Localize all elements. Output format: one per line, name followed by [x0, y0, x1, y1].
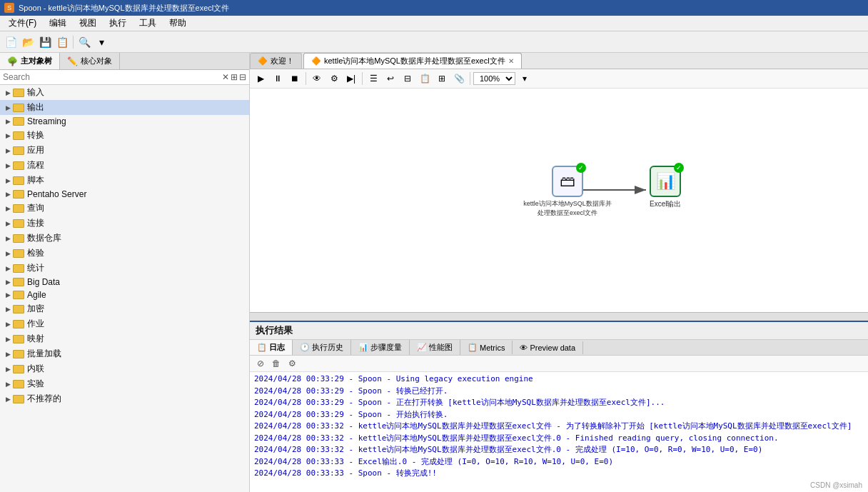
check-button[interactable]: ☰: [365, 71, 381, 86]
copy-button[interactable]: 📋: [417, 71, 433, 86]
preview-button[interactable]: 👁: [309, 71, 325, 86]
undo-button[interactable]: ↩: [383, 71, 398, 86]
tree-label-encrypt: 加密: [27, 303, 44, 315]
tab-main-tree[interactable]: 🌳 主对象树: [0, 53, 60, 69]
tree-item-output[interactable]: ▶输出: [0, 100, 249, 115]
tree-expander-bulk[interactable]: ▶: [3, 349, 13, 359]
menu-file[interactable]: 文件(F): [3, 16, 42, 31]
exec-tab-metrics[interactable]: 📋 Metrics: [460, 341, 513, 354]
tab-main-transform[interactable]: 🔶 kettle访问本地MySQL数据库并处理数据至execl文件 ✕: [303, 53, 522, 69]
tree-item-script[interactable]: ▶脚本: [0, 173, 249, 188]
tree-item-experiment[interactable]: ▶实验: [0, 376, 249, 391]
history-label: 执行历史: [312, 342, 343, 353]
exec-tab-steps[interactable]: 📊 步骤度量: [351, 340, 410, 355]
toolbar-new[interactable]: 📄: [3, 34, 19, 50]
tab-welcome[interactable]: 🔶 欢迎！: [250, 53, 302, 69]
tree-item-job[interactable]: ▶作业: [0, 316, 249, 331]
run-button[interactable]: ▶: [253, 71, 268, 86]
exec-settings-btn[interactable]: ⚙: [286, 357, 298, 370]
tree-expander-encrypt[interactable]: ▶: [3, 304, 13, 314]
tree-expander-warehouse[interactable]: ▶: [3, 234, 13, 244]
search-clear-button[interactable]: ✕: [222, 72, 229, 82]
tab-core-objects[interactable]: ✏️ 核心对象: [60, 53, 120, 69]
tree-item-input[interactable]: ▶输入: [0, 85, 249, 100]
tree-item-streaming[interactable]: ▶Streaming: [0, 115, 249, 128]
tree-expander-transform[interactable]: ▶: [3, 131, 13, 141]
main-tab-close[interactable]: ✕: [508, 57, 514, 65]
menu-tools[interactable]: 工具: [133, 16, 162, 31]
tree-expander-streaming[interactable]: ▶: [3, 116, 13, 126]
tree-expander-bigdata[interactable]: ▶: [3, 277, 13, 287]
tree-expander-connect[interactable]: ▶: [3, 219, 13, 229]
tree-expander-job[interactable]: ▶: [3, 319, 13, 329]
toolbar-explore[interactable]: 🔍: [76, 34, 92, 50]
exec-tab-preview[interactable]: 👁 Preview data: [513, 341, 583, 354]
tree-item-warehouse[interactable]: ▶数据仓库: [0, 231, 249, 246]
tree-expander-experiment[interactable]: ▶: [3, 379, 13, 389]
tree-expander-output[interactable]: ▶: [3, 103, 13, 113]
tree-item-map[interactable]: ▶映射: [0, 331, 249, 346]
tree-item-query[interactable]: ▶查询: [0, 201, 249, 216]
zoom-select[interactable]: 50% 75% 100% 125% 150% 200%: [473, 72, 515, 85]
pause-button[interactable]: ⏸: [270, 71, 286, 86]
tree-item-deprecated[interactable]: ▶不推荐的: [0, 391, 249, 406]
search-collapse-button[interactable]: ⊟: [239, 72, 246, 82]
tree-expander-input[interactable]: ▶: [3, 88, 13, 98]
toolbar-open[interactable]: 📂: [20, 34, 36, 50]
tree-expander-process[interactable]: ▶: [3, 161, 13, 171]
menu-run[interactable]: 执行: [104, 16, 132, 31]
tree-item-connect[interactable]: ▶连接: [0, 216, 249, 231]
tree-item-encrypt[interactable]: ▶加密: [0, 301, 249, 316]
toolbar-save[interactable]: 💾: [37, 34, 53, 50]
editor-tabs-row: 🔶 欢迎！ 🔶 kettle访问本地MySQL数据库并处理数据至execl文件 …: [250, 53, 868, 69]
tree-expander-query[interactable]: ▶: [3, 204, 13, 214]
tree-expander-check[interactable]: ▶: [3, 248, 13, 258]
tree-item-bigdata[interactable]: ▶Big Data: [0, 276, 249, 288]
tree-expander-map[interactable]: ▶: [3, 334, 13, 344]
plus-button[interactable]: ⊞: [434, 71, 450, 86]
tree-item-transform[interactable]: ▶转换: [0, 128, 249, 143]
tree-item-inline[interactable]: ▶内联: [0, 361, 249, 376]
excel-node[interactable]: 📊 ✓ Excel输出: [650, 166, 681, 209]
welcome-tab-label: 欢迎！: [271, 56, 294, 66]
history-icon: 🕐: [300, 343, 310, 352]
menu-edit[interactable]: 编辑: [44, 16, 72, 31]
debug-button[interactable]: ▶|: [343, 71, 359, 86]
tree-expander-stats[interactable]: ▶: [3, 263, 13, 273]
exec-tab-log[interactable]: 📋 日志: [250, 340, 293, 355]
menu-help[interactable]: 帮助: [163, 16, 192, 31]
stop-button[interactable]: ⏹: [287, 71, 303, 86]
tree-expander-apply[interactable]: ▶: [3, 146, 13, 156]
tree-expander-inline[interactable]: ▶: [3, 364, 13, 374]
tree-expander-script[interactable]: ▶: [3, 176, 13, 186]
tree-item-check[interactable]: ▶检验: [0, 246, 249, 261]
tree-item-pentaho[interactable]: ▶Pentaho Server: [0, 188, 249, 201]
tree-expander-pentaho[interactable]: ▶: [3, 189, 13, 199]
tree-item-apply[interactable]: ▶应用: [0, 143, 249, 158]
search-expand-button[interactable]: ⊞: [231, 72, 238, 82]
tree-item-stats[interactable]: ▶统计: [0, 261, 249, 276]
minus-button[interactable]: ⊟: [400, 71, 415, 86]
toolbar-dropdown[interactable]: ▾: [94, 34, 109, 50]
zoom-dropdown[interactable]: ▾: [517, 71, 533, 86]
window-title: Spoon - kettle访问本地MySQL数据库并处理数据至execl文件: [19, 3, 229, 14]
exec-clear-btn[interactable]: 🗑: [270, 357, 283, 370]
folder-icon-inline: [13, 365, 24, 373]
tree-item-bulk[interactable]: ▶批量加载: [0, 346, 249, 361]
menu-view[interactable]: 视图: [74, 16, 102, 31]
tree-expander-deprecated[interactable]: ▶: [3, 394, 13, 404]
settings-button[interactable]: ⚙: [326, 71, 342, 86]
exec-stop-btn[interactable]: ⊘: [254, 357, 267, 370]
exec-tab-history[interactable]: 🕐 执行历史: [293, 340, 351, 355]
tree-label-inline: 内联: [27, 363, 44, 375]
tree-item-agile[interactable]: ▶Agile: [0, 288, 249, 301]
toolbar-saveas[interactable]: 📋: [54, 34, 70, 50]
tree-expander-agile[interactable]: ▶: [3, 290, 13, 300]
tree-item-process[interactable]: ▶流程: [0, 158, 249, 173]
mysql-node[interactable]: 🗃 ✓ kettle访问本地MySQL数据库并处理数据至execl文件: [521, 166, 614, 218]
exec-tab-perf[interactable]: 📈 性能图: [410, 340, 460, 355]
log-entry: 2024/04/28 00:33:29 - Spoon - 正在打开转换 [ke…: [254, 397, 864, 409]
canvas-scrollbar[interactable]: [250, 312, 868, 321]
attach-button[interactable]: 📎: [451, 71, 467, 86]
search-input[interactable]: [3, 72, 221, 82]
